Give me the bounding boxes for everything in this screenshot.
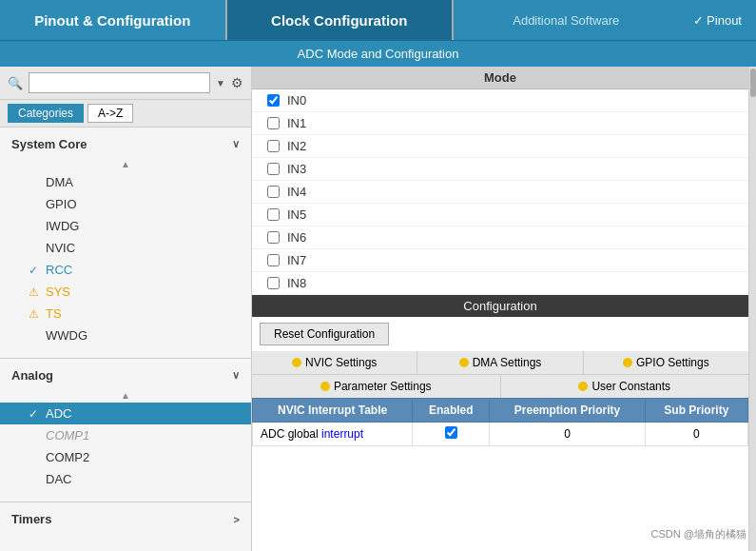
config-section: Configuration Reset Configuration NVIC S…	[252, 295, 748, 551]
additional-nav-label: Additional Software	[513, 13, 619, 28]
col-enabled-label: Enabled	[429, 403, 474, 417]
tab-gpio-settings[interactable]: GPIO Settings	[584, 351, 748, 374]
checkbox-in8[interactable]	[267, 277, 280, 289]
sidebar-item-wwdg[interactable]: WWDG	[0, 325, 251, 346]
mode-label-in5: IN5	[287, 207, 306, 222]
scroll-up-indicator: ▲	[0, 157, 251, 171]
tab-atoz[interactable]: A->Z	[87, 104, 133, 123]
sidebar-item-dma[interactable]: DMA	[0, 171, 251, 193]
category-analog[interactable]: Analog ∨	[0, 363, 251, 388]
tab-atoz-label: A->Z	[98, 107, 123, 120]
tab-user-constants[interactable]: User Constants	[501, 375, 749, 398]
dropdown-arrow-icon[interactable]: ▼	[216, 78, 225, 89]
reset-btn-row: Reset Configuration	[252, 317, 748, 351]
dma-settings-label: DMA Settings	[473, 356, 542, 369]
checkbox-in5[interactable]	[267, 208, 280, 221]
sidebar-search-row: 🔍 ▼ ⚙	[0, 67, 251, 100]
dot-param	[320, 382, 330, 391]
sidebar-tabs: Categories A->Z	[0, 100, 251, 128]
sidebar-item-nvic[interactable]: NVIC	[0, 237, 251, 259]
additional-nav-tab[interactable]: Additional Software	[454, 0, 679, 40]
sidebar-item-dac[interactable]: DAC	[0, 468, 251, 490]
pinout-nav-tab[interactable]: Pinout & Configuration	[0, 0, 225, 40]
checkbox-in7[interactable]	[267, 254, 280, 266]
mode-row-in3: IN3	[252, 158, 748, 181]
interrupt-name-cell: ADC global interrupt	[253, 423, 413, 446]
tab-nvic-settings[interactable]: NVIC Settings	[252, 351, 417, 374]
config-section-title: Configuration	[252, 295, 748, 317]
category-system-core[interactable]: System Core ∨	[0, 131, 251, 157]
checkbox-in1[interactable]	[267, 117, 280, 129]
section-header-label: ADC Mode and Configuration	[298, 47, 459, 61]
chevron-down-icon-analog: ∨	[232, 369, 240, 382]
sidebar-item-sys[interactable]: ⚠ SYS	[0, 281, 251, 303]
checkbox-in4[interactable]	[267, 186, 280, 198]
mode-label-in3: IN3	[287, 162, 306, 176]
warn-icon-sys: ⚠	[29, 285, 42, 299]
mode-label-in6: IN6	[287, 230, 306, 245]
clock-nav-tab[interactable]: Clock Configuration	[225, 0, 455, 40]
checkbox-in2[interactable]	[267, 140, 280, 152]
reset-configuration-button[interactable]: Reset Configuration	[260, 323, 389, 345]
category-separator-1	[0, 358, 251, 359]
search-input[interactable]	[29, 72, 210, 93]
category-timers[interactable]: Timers >	[0, 506, 251, 532]
chevron-down-icon: ∨	[232, 138, 240, 150]
sidebar-item-rcc-label: RCC	[46, 263, 72, 277]
col-interrupt-table: NVIC Interrupt Table	[253, 399, 413, 423]
clock-nav-label: Clock Configuration	[271, 12, 407, 29]
checkbox-in0[interactable]	[267, 94, 280, 107]
tab-dma-settings[interactable]: DMA Settings	[417, 351, 583, 374]
sidebar-item-wwdg-label: WWDG	[46, 328, 87, 343]
content-inner: Mode IN0 IN1 IN2 IN3	[252, 67, 748, 551]
checkbox-in6[interactable]	[267, 231, 280, 244]
sub-priority-value: 0	[693, 427, 700, 441]
check-icon-adc: ✓	[29, 407, 42, 421]
sidebar-divider-2	[0, 490, 251, 498]
col-interrupt-label: NVIC Interrupt Table	[278, 403, 387, 417]
enabled-cell	[413, 423, 490, 446]
mode-label-in8: IN8	[287, 276, 306, 290]
category-system-core-label: System Core	[11, 137, 87, 151]
sidebar-item-adc[interactable]: ✓ ADC	[0, 403, 251, 424]
category-separator-2	[0, 502, 251, 502]
tab-parameter-settings[interactable]: Parameter Settings	[252, 375, 501, 398]
col-sub-label: Sub Priority	[664, 403, 728, 417]
mode-label-in0: IN0	[287, 93, 306, 108]
col-preemption-label: Preemption Priority	[514, 403, 620, 417]
user-constants-label: User Constants	[591, 380, 670, 393]
mode-row-in5: IN5	[252, 204, 748, 226]
sidebar-item-gpio[interactable]: GPIO	[0, 193, 251, 215]
mode-row-in2: IN2	[252, 135, 748, 158]
sidebar-item-ts-label: TS	[46, 306, 62, 321]
sidebar-item-comp2[interactable]: COMP2	[0, 446, 251, 468]
dot-user	[578, 382, 588, 391]
sidebar-item-dac-label: DAC	[46, 472, 71, 486]
sidebar-item-adc-label: ADC	[46, 406, 71, 421]
right-scrollbar[interactable]	[748, 67, 756, 551]
sidebar-item-iwdg[interactable]: IWDG	[0, 215, 251, 237]
config-tabs-row1: NVIC Settings DMA Settings GPIO Settings	[252, 351, 748, 374]
mode-section: IN0 IN1 IN2 IN3 IN4	[252, 89, 748, 295]
scroll-up-indicator-2: ▲	[0, 388, 251, 403]
pinout-right-tab[interactable]: ✓ Pinout	[679, 0, 756, 40]
check-icon-rcc: ✓	[29, 264, 42, 277]
chevron-right-icon-timers: >	[234, 514, 240, 525]
sidebar-item-rcc[interactable]: ✓ RCC	[0, 259, 251, 281]
preemption-value: 0	[564, 427, 571, 441]
dot-dma	[459, 358, 469, 367]
tab-categories[interactable]: Categories	[8, 104, 84, 123]
nvic-table: NVIC Interrupt Table Enabled Preemption …	[252, 398, 748, 446]
nvic-settings-label: NVIC Settings	[305, 356, 377, 369]
warn-icon-ts: ⚠	[29, 307, 42, 321]
mode-row-in4: IN4	[252, 181, 748, 204]
col-sub-priority: Sub Priority	[645, 399, 747, 423]
sidebar-item-nvic-label: NVIC	[46, 241, 75, 255]
enabled-checkbox[interactable]	[445, 426, 457, 439]
checkbox-in3[interactable]	[267, 163, 280, 175]
gear-icon[interactable]: ⚙	[231, 75, 243, 90]
sidebar-item-ts[interactable]: ⚠ TS	[0, 303, 251, 325]
col-preemption: Preemption Priority	[490, 399, 645, 423]
sidebar-divider-1	[0, 346, 251, 354]
sidebar-item-comp1[interactable]: COMP1	[0, 424, 251, 446]
